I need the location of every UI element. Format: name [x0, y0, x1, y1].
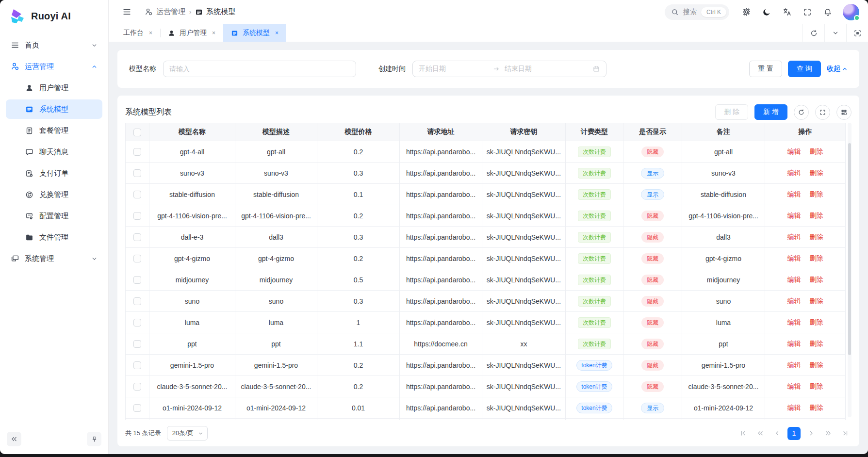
- tab-users[interactable]: 用户管理 ×: [160, 24, 223, 42]
- delete-link[interactable]: 删除: [809, 340, 823, 347]
- billing-type-badge: 次数计费: [578, 275, 611, 285]
- row-checkbox[interactable]: [133, 404, 141, 412]
- last-page-icon[interactable]: [838, 427, 852, 440]
- brand-logo[interactable]: Ruoyi AI: [0, 0, 108, 32]
- table-scrollbar[interactable]: [848, 123, 852, 417]
- row-checkbox[interactable]: [133, 169, 141, 177]
- hamburger-menu-icon[interactable]: [118, 4, 135, 20]
- delete-link[interactable]: 删除: [809, 169, 823, 177]
- sidebar-item-exchange[interactable]: 兑换管理: [6, 185, 102, 204]
- dark-mode-moon-icon[interactable]: [758, 4, 775, 20]
- sidebar-item-config[interactable]: 配置管理: [6, 206, 102, 226]
- edit-link[interactable]: 编辑: [787, 404, 801, 411]
- pager: 1: [737, 427, 852, 440]
- chevron-down-icon[interactable]: [824, 24, 846, 42]
- cell-request-url: https://docmee.cn: [400, 333, 482, 355]
- fullscreen-icon[interactable]: [799, 4, 816, 20]
- model-name-input[interactable]: [163, 61, 356, 77]
- row-checkbox[interactable]: [133, 361, 141, 369]
- row-checkbox[interactable]: [133, 297, 141, 305]
- close-icon[interactable]: ×: [212, 30, 215, 36]
- close-icon[interactable]: ×: [275, 30, 278, 36]
- translate-icon[interactable]: [779, 4, 795, 20]
- delete-link[interactable]: 删除: [809, 212, 823, 219]
- jump-prev-icon[interactable]: [753, 427, 767, 440]
- edit-link[interactable]: 编辑: [787, 169, 801, 177]
- tab-workbench[interactable]: 工作台 ×: [115, 24, 160, 42]
- row-checkbox[interactable]: [133, 191, 141, 198]
- delete-link[interactable]: 删除: [809, 318, 823, 326]
- delete-link[interactable]: 删除: [809, 361, 823, 369]
- notifications-bell-icon[interactable]: [819, 4, 836, 20]
- brand-name: Ruoyi AI: [31, 11, 71, 22]
- sidebar-item-system-models[interactable]: 系统模型: [6, 99, 102, 119]
- prev-page-icon[interactable]: [770, 427, 784, 440]
- page-size-select[interactable]: 20条/页: [167, 426, 208, 441]
- jump-next-icon[interactable]: [821, 427, 835, 440]
- table-refresh-icon[interactable]: [794, 105, 809, 120]
- sidebar-item-operations[interactable]: 运营管理: [6, 57, 102, 76]
- refresh-icon[interactable]: [802, 24, 824, 42]
- bulk-delete-button[interactable]: 删 除: [715, 104, 748, 120]
- edit-link[interactable]: 编辑: [787, 233, 801, 241]
- row-checkbox[interactable]: [133, 148, 141, 156]
- edit-link[interactable]: 编辑: [787, 147, 801, 155]
- sidebar-item-home[interactable]: 首页: [6, 35, 102, 55]
- cell-model-name: suno: [149, 291, 235, 312]
- row-checkbox[interactable]: [133, 276, 141, 284]
- main-area: 运营管理 › 系统模型 搜索 Ctrl K: [109, 0, 868, 454]
- next-page-icon[interactable]: [804, 427, 818, 440]
- edit-link[interactable]: 编辑: [787, 297, 801, 305]
- sidebar-item-system-admin[interactable]: 系统管理: [6, 249, 102, 268]
- select-all-checkbox[interactable]: [133, 129, 141, 136]
- sidebar-item-packages[interactable]: 套餐管理: [6, 121, 102, 140]
- close-icon[interactable]: ×: [149, 30, 152, 36]
- delete-link[interactable]: 删除: [809, 233, 823, 241]
- delete-link[interactable]: 删除: [809, 190, 823, 198]
- reset-button[interactable]: 重 置: [749, 61, 782, 77]
- edit-link[interactable]: 编辑: [787, 382, 801, 390]
- first-page-icon[interactable]: [737, 427, 750, 440]
- sidebar-collapse-button[interactable]: [7, 432, 21, 446]
- delete-link[interactable]: 删除: [809, 404, 823, 411]
- sidebar-item-payment-orders[interactable]: 支付订单: [6, 163, 102, 183]
- sidebar-item-files[interactable]: 文件管理: [6, 228, 102, 247]
- sidebar-item-chat-messages[interactable]: 聊天消息: [6, 142, 102, 162]
- row-checkbox[interactable]: [133, 212, 141, 220]
- page-number-current[interactable]: 1: [787, 427, 801, 440]
- add-button[interactable]: 新 增: [754, 104, 787, 120]
- row-checkbox[interactable]: [133, 383, 141, 391]
- edit-link[interactable]: 编辑: [787, 318, 801, 326]
- edit-link[interactable]: 编辑: [787, 212, 801, 219]
- edit-link[interactable]: 编辑: [787, 190, 801, 198]
- delete-link[interactable]: 删除: [809, 254, 823, 262]
- edit-link[interactable]: 编辑: [787, 340, 801, 347]
- settings-gear-icon[interactable]: [738, 4, 754, 20]
- row-checkbox[interactable]: [133, 233, 141, 241]
- breadcrumb-item-system-models[interactable]: 系统模型: [195, 7, 235, 16]
- scrollbar-thumb[interactable]: [848, 143, 851, 355]
- tab-system-models[interactable]: 系统模型 ×: [223, 24, 286, 42]
- query-button[interactable]: 查 询: [788, 61, 821, 77]
- delete-link[interactable]: 删除: [809, 382, 823, 390]
- sidebar-item-users[interactable]: 用户管理: [6, 78, 102, 98]
- row-checkbox[interactable]: [133, 319, 141, 326]
- table-fullscreen-icon[interactable]: [815, 105, 830, 120]
- global-search[interactable]: 搜索 Ctrl K: [665, 4, 729, 20]
- user-avatar[interactable]: [843, 4, 859, 20]
- edit-link[interactable]: 编辑: [787, 254, 801, 262]
- edit-link[interactable]: 编辑: [787, 276, 801, 283]
- delete-link[interactable]: 删除: [809, 147, 823, 155]
- breadcrumb-item-operations[interactable]: 运营管理: [145, 7, 185, 16]
- delete-link[interactable]: 删除: [809, 297, 823, 305]
- edit-link[interactable]: 编辑: [787, 361, 801, 369]
- pin-icon[interactable]: [87, 432, 101, 446]
- column-settings-icon[interactable]: [836, 105, 852, 120]
- date-range-picker[interactable]: 开始日期 结束日期: [412, 61, 606, 77]
- row-checkbox[interactable]: [133, 340, 141, 348]
- collapse-filters-link[interactable]: 收起: [827, 65, 848, 73]
- maximize-content-icon[interactable]: [846, 24, 868, 42]
- row-checkbox[interactable]: [133, 255, 141, 262]
- col-model-name: 模型名称: [149, 123, 235, 141]
- delete-link[interactable]: 删除: [809, 276, 823, 283]
